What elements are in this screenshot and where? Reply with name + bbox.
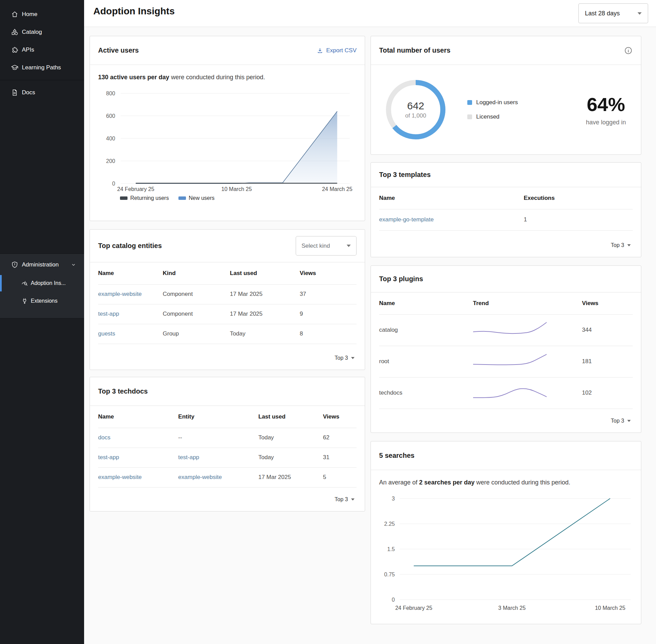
active-users-card: Active users Export CSV 130 active users… (90, 36, 365, 221)
chevron-down-icon (70, 262, 77, 268)
rows-count-select[interactable]: Top 3 (371, 234, 641, 257)
table-row: techdocs102 (379, 377, 633, 409)
download-icon (317, 47, 323, 54)
legend-swatch (178, 196, 186, 200)
legend-item-logged-in: Logged-in users (467, 99, 518, 106)
rows-count-select[interactable]: Top 3 (90, 346, 365, 370)
sidebar-item-learning-paths[interactable]: Learning Paths (0, 59, 84, 77)
column-header: Entity (178, 406, 258, 428)
donut-legend: Logged-in users Licensed (467, 99, 518, 120)
column-header: Views (582, 292, 633, 314)
summary-rest: were conducted during this period. (474, 479, 570, 486)
sidebar-item-docs[interactable]: Docs (0, 84, 84, 101)
column-header: Last used (230, 262, 300, 284)
trend-sparkline (473, 314, 582, 346)
active-indicator (0, 275, 2, 291)
entity-link[interactable]: test-app (98, 448, 178, 467)
home-icon (11, 11, 18, 18)
column-header: Executions (524, 187, 633, 209)
trend-sparkline (473, 346, 582, 377)
card-title: Top 3 templates (379, 171, 431, 179)
main-area: Adoption Insights Last 28 days Active us… (84, 0, 656, 644)
sidebar-item-label: Learning Paths (22, 64, 61, 71)
legend-item-licensed: Licensed (467, 113, 518, 120)
card-header: Active users Export CSV (90, 36, 365, 65)
entity-link[interactable]: docs (98, 428, 178, 448)
sidebar-admin-section: Administration Adoption Ins... Extension… (0, 254, 84, 318)
plugin-views: 344 (582, 314, 633, 346)
entity-link[interactable]: example-website (98, 467, 178, 487)
table-row: example-websiteexample-website17 Mar 202… (98, 467, 357, 487)
entity-link[interactable]: test-app (98, 304, 163, 324)
table-cell: Group (163, 324, 230, 344)
column-header: Kind (163, 262, 230, 284)
entity-link[interactable]: example-website (98, 284, 163, 304)
sidebar-item-label: Extensions (31, 298, 57, 304)
sidebar-item-adoption-insights[interactable]: Adoption Ins... (0, 274, 84, 292)
rows-count-select[interactable]: Top 3 (90, 488, 365, 511)
plugin-name: root (379, 346, 473, 377)
sidebar-item-home[interactable]: Home (0, 5, 84, 23)
card-header: 5 searches (371, 441, 641, 470)
dashboard-content: Active users Export CSV 130 active users… (84, 27, 656, 644)
rows-count-label: Top 3 (611, 418, 624, 424)
plugin-views: 102 (582, 377, 633, 409)
entity-link[interactable]: guests (98, 324, 163, 344)
column-header: Name (379, 187, 524, 209)
table-row: root181 (379, 346, 633, 377)
summary-rest: were conducted during this period. (169, 74, 265, 81)
table-cell: 37 (300, 284, 357, 304)
entity-link[interactable]: example-website (178, 467, 258, 487)
chevron-down-icon (627, 420, 631, 422)
svg-text:400: 400 (106, 136, 115, 141)
learning-paths-icon (11, 64, 18, 71)
legend-swatch (120, 196, 128, 200)
table-cell: 17 Mar 2025 (230, 284, 300, 304)
card-header: Top 3 techdocs (90, 377, 365, 406)
total-users-card: Total number of users 642 of 1,000 (371, 36, 641, 155)
app-window: Home Catalog APIs Learning Paths (0, 0, 656, 644)
chevron-down-icon (638, 12, 642, 15)
entity-link[interactable]: example-go-template (379, 209, 524, 230)
card-title: Total number of users (379, 46, 451, 54)
svg-text:24 February 25: 24 February 25 (395, 605, 432, 611)
sidebar-item-administration[interactable]: Administration (0, 255, 84, 274)
column-header: Name (379, 292, 473, 314)
kind-select[interactable]: Select kind (296, 236, 357, 256)
card-title: Top catalog entities (98, 242, 162, 250)
table-row: test-apptest-appToday31 (98, 448, 357, 467)
table-header-row: NameKindLast usedViews (98, 262, 357, 284)
date-range-select[interactable]: Last 28 days (578, 3, 648, 23)
table-cell: Component (163, 304, 230, 324)
summary-prefix: An average of (379, 479, 419, 486)
table-cell: 5 (323, 467, 357, 487)
sidebar-item-label: Docs (22, 89, 35, 96)
svg-text:600: 600 (106, 113, 115, 119)
rows-count-select[interactable]: Top 3 (371, 409, 641, 433)
docs-icon (11, 89, 18, 96)
summary-bold: 2 searches per day (419, 479, 474, 486)
sidebar-item-label: Home (22, 11, 37, 18)
svg-text:200: 200 (106, 158, 115, 164)
table-header-row: NameExecutions (379, 187, 633, 209)
svg-text:24 March 25: 24 March 25 (322, 186, 352, 192)
table-cell: 31 (323, 448, 357, 467)
export-csv-button[interactable]: Export CSV (317, 47, 357, 54)
card-header: Top 3 plugins (371, 266, 641, 292)
card-title: Top 3 techdocs (98, 387, 148, 395)
legend-swatch (467, 100, 472, 105)
card-header: Top catalog entities Select kind (90, 230, 365, 262)
rows-count-label: Top 3 (335, 496, 348, 503)
table-row: guestsGroupToday8 (98, 324, 357, 344)
column-header: Last used (258, 406, 323, 428)
licensed-total: of 1,000 (405, 112, 426, 119)
svg-text:0.75: 0.75 (384, 572, 395, 577)
sidebar-item-catalog[interactable]: Catalog (0, 23, 84, 41)
info-icon[interactable] (624, 46, 633, 55)
entity-link[interactable]: test-app (178, 448, 258, 467)
sidebar-nav: Home Catalog APIs Learning Paths (0, 0, 84, 101)
legend-label: Logged-in users (476, 99, 518, 106)
sidebar-item-extensions[interactable]: Extensions (0, 292, 84, 310)
sidebar-item-apis[interactable]: APIs (0, 41, 84, 59)
table-header-row: NameTrendViews (379, 292, 633, 314)
